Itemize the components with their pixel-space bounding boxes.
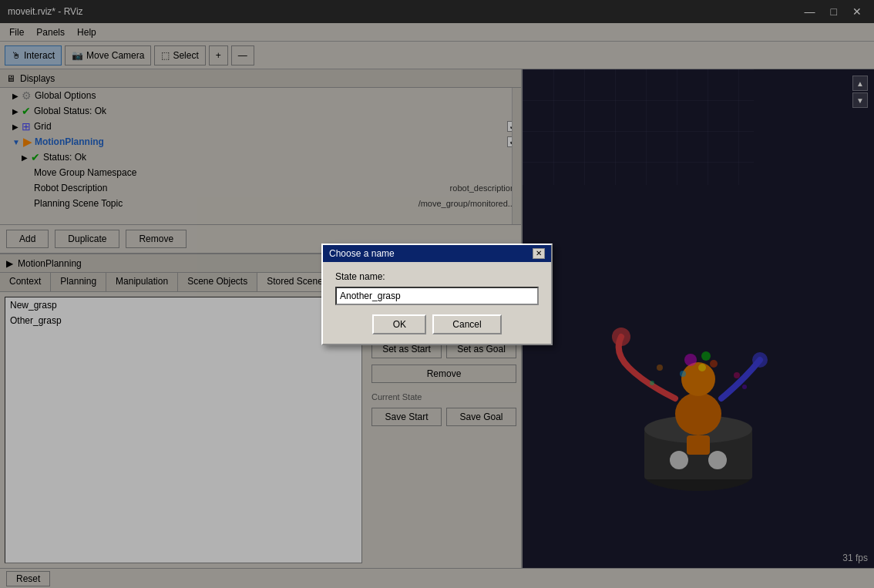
- dialog-overlay: Choose a name ✕ State name: OK Cancel: [0, 0, 874, 588]
- dialog-body: State name: OK Cancel: [323, 262, 551, 344]
- dialog-ok-button[interactable]: OK: [372, 314, 426, 334]
- dialog-cancel-button[interactable]: Cancel: [432, 314, 501, 334]
- dialog-close-button[interactable]: ✕: [533, 248, 545, 259]
- dialog-titlebar: Choose a name ✕: [323, 245, 551, 262]
- choose-name-dialog: Choose a name ✕ State name: OK Cancel: [321, 244, 553, 345]
- dialog-label: State name:: [335, 271, 539, 282]
- dialog-buttons: OK Cancel: [335, 314, 539, 334]
- state-name-input[interactable]: [335, 287, 539, 305]
- dialog-title: Choose a name: [329, 248, 395, 259]
